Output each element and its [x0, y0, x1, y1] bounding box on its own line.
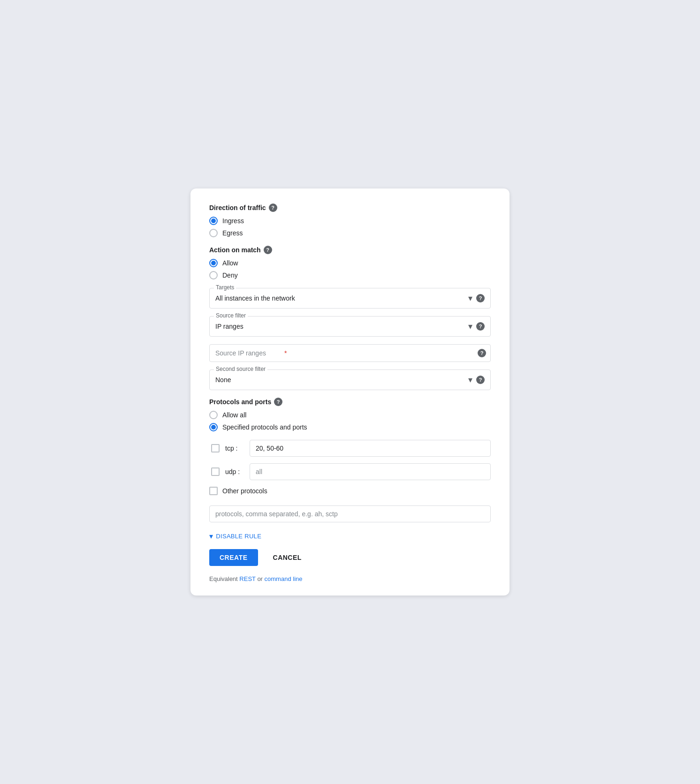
protocols-label: Protocols and ports	[209, 398, 271, 406]
second-source-filter-value: None	[215, 376, 231, 384]
allow-radio[interactable]	[209, 259, 218, 267]
equivalent-prefix: Equivalent	[209, 575, 239, 582]
protocols-title: Protocols and ports ?	[209, 398, 491, 406]
ingress-option[interactable]: Ingress	[209, 217, 491, 225]
tcp-row: tcp :	[211, 440, 491, 457]
targets-icons: ▾ ?	[468, 293, 485, 303]
udp-input[interactable]	[250, 463, 491, 480]
source-ip-ranges-help-icon[interactable]: ?	[478, 349, 486, 357]
second-source-filter-icons: ▾ ?	[468, 375, 485, 385]
udp-checkbox[interactable]	[211, 467, 220, 476]
tcp-input[interactable]	[250, 440, 491, 457]
specified-radio[interactable]	[209, 423, 218, 431]
cancel-button[interactable]: CANCEL	[266, 549, 309, 566]
disable-rule-chevron-icon: ▾	[209, 532, 213, 541]
deny-option[interactable]: Deny	[209, 271, 491, 279]
action-buttons: CREATE CANCEL	[209, 549, 491, 566]
source-ip-ranges-field: * ?	[209, 344, 491, 362]
specified-label: Specified protocols and ports	[222, 423, 307, 431]
second-source-filter-help-icon[interactable]: ?	[476, 376, 485, 384]
source-filter-field: Source filter IP ranges ▾ ?	[209, 316, 491, 337]
second-source-filter-label: Second source filter	[214, 366, 267, 372]
or-text: or	[256, 575, 265, 582]
disable-rule-label: DISABLE RULE	[216, 533, 261, 540]
specified-option[interactable]: Specified protocols and ports	[209, 423, 491, 431]
targets-value: All instances in the network	[215, 294, 295, 302]
source-filter-value: IP ranges	[215, 323, 243, 330]
source-filter-select[interactable]: IP ranges ▾ ?	[209, 316, 491, 337]
allow-all-radio[interactable]	[209, 411, 218, 419]
action-radio-group: Allow Deny	[209, 259, 491, 279]
direction-radio-group: Ingress Egress	[209, 217, 491, 237]
ingress-label: Ingress	[222, 217, 244, 225]
egress-radio[interactable]	[209, 229, 218, 237]
egress-option[interactable]: Egress	[209, 229, 491, 237]
action-on-match-title: Action on match ?	[209, 246, 491, 254]
source-filter-help-icon[interactable]: ?	[476, 322, 485, 331]
allow-option[interactable]: Allow	[209, 259, 491, 267]
targets-label: Targets	[214, 284, 236, 291]
targets-field: Targets All instances in the network ▾ ?	[209, 288, 491, 309]
deny-radio[interactable]	[209, 271, 218, 279]
direction-label: Direction of traffic	[209, 204, 266, 211]
ingress-radio[interactable]	[209, 217, 218, 225]
action-help-icon[interactable]: ?	[264, 246, 272, 254]
other-protocols-checkbox[interactable]	[209, 487, 218, 495]
equivalent-links: Equivalent REST or command line	[209, 575, 491, 582]
tcp-label: tcp :	[225, 445, 244, 452]
source-ip-ranges-input[interactable]	[209, 344, 491, 362]
targets-chevron-icon[interactable]: ▾	[468, 293, 472, 303]
other-protocols-row: Other protocols	[209, 487, 491, 495]
allow-all-option[interactable]: Allow all	[209, 411, 491, 419]
other-protocols-section: Other protocols	[209, 487, 491, 522]
allow-label: Allow	[222, 259, 238, 267]
udp-row: udp :	[211, 463, 491, 480]
targets-help-icon[interactable]: ?	[476, 294, 485, 302]
protocols-radio-group: Allow all Specified protocols and ports	[209, 411, 491, 431]
egress-label: Egress	[222, 229, 243, 237]
other-protocols-label: Other protocols	[222, 487, 267, 495]
create-button[interactable]: CREATE	[209, 549, 258, 566]
help-icon[interactable]: ?	[478, 349, 486, 357]
required-star: *	[284, 349, 287, 357]
second-source-filter-select[interactable]: None ▾ ?	[209, 369, 491, 390]
second-source-filter-field: Second source filter None ▾ ?	[209, 369, 491, 390]
source-filter-chevron-icon[interactable]: ▾	[468, 321, 472, 332]
disable-rule-toggle[interactable]: ▾ DISABLE RULE	[209, 532, 491, 541]
source-filter-label: Source filter	[214, 312, 248, 319]
deny-label: Deny	[222, 271, 238, 279]
command-line-link[interactable]: command line	[265, 575, 303, 582]
firewall-rule-card: Direction of traffic ? Ingress Egress Ac…	[190, 188, 510, 596]
udp-label: udp :	[225, 468, 244, 475]
tcp-checkbox[interactable]	[211, 444, 220, 452]
direction-help-icon[interactable]: ?	[269, 204, 277, 212]
protocols-help-icon[interactable]: ?	[274, 398, 282, 406]
direction-of-traffic-title: Direction of traffic ?	[209, 204, 491, 212]
protocols-section: Protocols and ports ? Allow all Specifie…	[209, 398, 491, 522]
targets-select[interactable]: All instances in the network ▾ ?	[209, 288, 491, 309]
rest-link[interactable]: REST	[239, 575, 255, 582]
action-label: Action on match	[209, 246, 261, 254]
second-source-filter-chevron-icon[interactable]: ▾	[468, 375, 472, 385]
source-filter-icons: ▾ ?	[468, 321, 485, 332]
other-protocols-input[interactable]	[209, 505, 491, 522]
allow-all-label: Allow all	[222, 411, 246, 419]
